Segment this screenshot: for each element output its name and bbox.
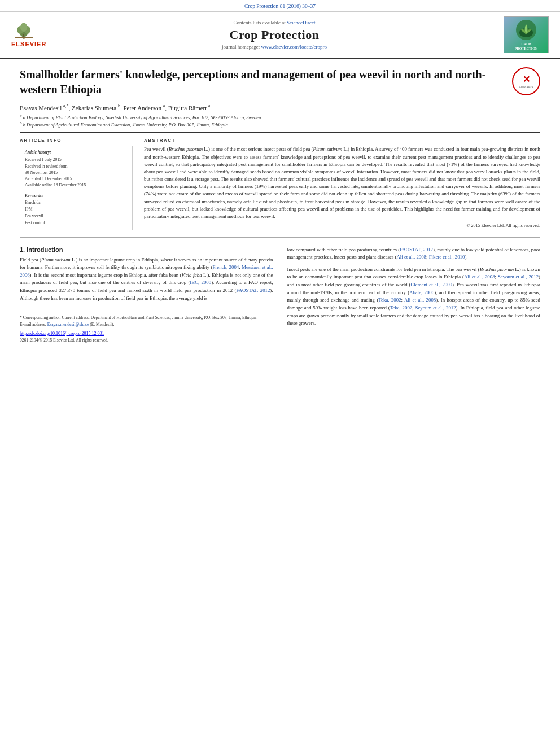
divider-body — [20, 237, 540, 238]
sciencedirect-link[interactable]: ScienceDirect — [287, 20, 315, 25]
introduction-text-left: Field pea (Pisum sativum L.) is an impor… — [20, 256, 273, 303]
main-content: Smallholder farmers' knowledge, percepti… — [0, 59, 560, 351]
email-link[interactable]: Esayas.mendesil@slu.se — [47, 322, 89, 327]
crossmark-label: CrossMark — [519, 85, 533, 88]
journal-header-center: Contents lists available at ScienceDirec… — [62, 20, 487, 50]
ref-fikere2010[interactable]: Fikere et al., 2010 — [429, 254, 465, 260]
ref-faostat2012b[interactable]: FAOSTAT, 2012 — [400, 247, 433, 252]
doi-link[interactable]: http://dx.doi.org/10.1016/j.cropro.2015.… — [20, 331, 104, 336]
article-history-heading: Article history: — [25, 150, 128, 155]
footnote-section: * Corresponding author. Current address:… — [20, 311, 273, 343]
copyright-line: © 2015 Elsevier Ltd. All rights reserved… — [144, 223, 540, 228]
ref-teka2002b[interactable]: Teka, 2002 — [390, 305, 413, 311]
article-title-section: Smallholder farmers' knowledge, percepti… — [20, 67, 540, 97]
elsevier-tree-icon — [11, 22, 37, 40]
ref-ibc2008[interactable]: IBC, 2008 — [190, 279, 211, 285]
introduction-heading: 1. Introduction — [20, 246, 273, 253]
introduction-text-right: low compared with other field pea-produc… — [287, 246, 541, 327]
ref-abate2006[interactable]: Abate, 2006 — [409, 290, 434, 295]
article-info-block: Article history: Received 1 July 2015 Re… — [20, 146, 133, 230]
affiliation-b: b b Department of Agricultural Economics… — [20, 121, 540, 128]
authors-line: Esayas Mendesil a,*, Zekarias Shumeta b,… — [20, 103, 540, 111]
journal-citation-bar: Crop Protection 81 (2016) 30–37 — [0, 0, 560, 12]
ref-seyoum2012b[interactable]: Seyoum et al., 2012 — [415, 305, 456, 311]
article-title: Smallholder farmers' knowledge, percepti… — [20, 67, 512, 97]
body-section-introduction: 1. Introduction Field pea (Pisum sativum… — [20, 246, 540, 343]
contents-available-line: Contents lists available at ScienceDirec… — [62, 20, 487, 25]
crossmark-badge: ✕ CrossMark — [512, 67, 540, 95]
date-revised-label: Received in revised form — [25, 163, 128, 169]
doi-line: http://dx.doi.org/10.1016/j.cropro.2015.… — [20, 331, 273, 336]
svg-rect-6 — [15, 37, 33, 38]
ref-seyoum2012[interactable]: Seyoum et al., 2012 — [498, 274, 539, 279]
keyword-pest-control: Pest control — [25, 220, 128, 226]
issn-line: 0261-2194/© 2015 Elsevier Ltd. All right… — [20, 338, 273, 343]
article-info-column: ARTICLE INFO Article history: Received 1… — [20, 138, 133, 230]
crossmark-symbol: ✕ — [523, 75, 530, 84]
keywords-heading: Keywords: — [25, 193, 128, 198]
elsevier-label: ELSEVIER — [11, 41, 46, 47]
abstract-column: ABSTRACT Pea weevil (Bruchus pisorum L.)… — [144, 138, 540, 230]
date-revised: 30 November 2015 — [25, 169, 128, 176]
article-info-heading: ARTICLE INFO — [20, 138, 133, 143]
footnote-email: E-mail address: Esayas.mendesil@slu.se (… — [20, 321, 273, 327]
crop-logo-icon — [512, 19, 540, 41]
date-accepted: Accepted 1 December 2015 — [25, 176, 128, 182]
ref-ali2008c[interactable]: Ali et al., 2008 — [404, 297, 436, 303]
ref-clement2000[interactable]: Clement et al., 2000 — [411, 282, 452, 287]
affiliation-a: a a Department of Plant Protection Biolo… — [20, 113, 540, 120]
svg-point-4 — [20, 23, 27, 32]
journal-header: ELSEVIER Contents lists available at Sci… — [0, 12, 560, 59]
crop-protection-logo: CROPPROTECTION — [504, 16, 549, 53]
elsevier-logo: ELSEVIER — [11, 22, 62, 47]
body-right-col: low compared with other field pea-produc… — [287, 246, 541, 343]
ref-ali2008[interactable]: Ali et al., 2008 — [396, 254, 426, 260]
journal-header-right: CROPPROTECTION — [487, 16, 549, 53]
ref-french2004[interactable]: French, 2004 — [212, 264, 239, 270]
body-left-col: 1. Introduction Field pea (Pisum sativum… — [20, 246, 273, 343]
divider-after-affiliations — [20, 132, 540, 133]
journal-title: Crop Protection — [62, 28, 487, 42]
date-online: Available online 18 December 2015 — [25, 182, 128, 188]
ref-ali2008b[interactable]: Ali et al., 2008 — [464, 274, 495, 279]
ref-teka2002[interactable]: Teka, 2002 — [378, 297, 401, 303]
journal-citation-text: Crop Protection 81 (2016) 30–37 — [244, 3, 316, 9]
journal-homepage-link[interactable]: www.elsevier.com/locate/cropro — [261, 44, 327, 50]
date-received: Received 1 July 2015 — [25, 156, 128, 163]
footnote-corresponding: * Corresponding author. Current address:… — [20, 314, 273, 321]
article-info-abstract-section: ARTICLE INFO Article history: Received 1… — [20, 138, 540, 230]
keyword-pea-weevil: Pea weevil — [25, 213, 128, 220]
abstract-text: Pea weevil (Bruchus pisorum L.) is one o… — [144, 146, 540, 220]
crop-logo-text: CROPPROTECTION — [515, 42, 537, 50]
keyword-ipm: IPM — [25, 206, 128, 213]
ref-faostat2012[interactable]: FAOSTAT, 2012 — [236, 287, 270, 293]
journal-homepage-line: journal homepage: www.elsevier.com/locat… — [62, 44, 487, 50]
keyword-bruchida: Bruchida — [25, 199, 128, 206]
abstract-heading: ABSTRACT — [144, 138, 540, 143]
